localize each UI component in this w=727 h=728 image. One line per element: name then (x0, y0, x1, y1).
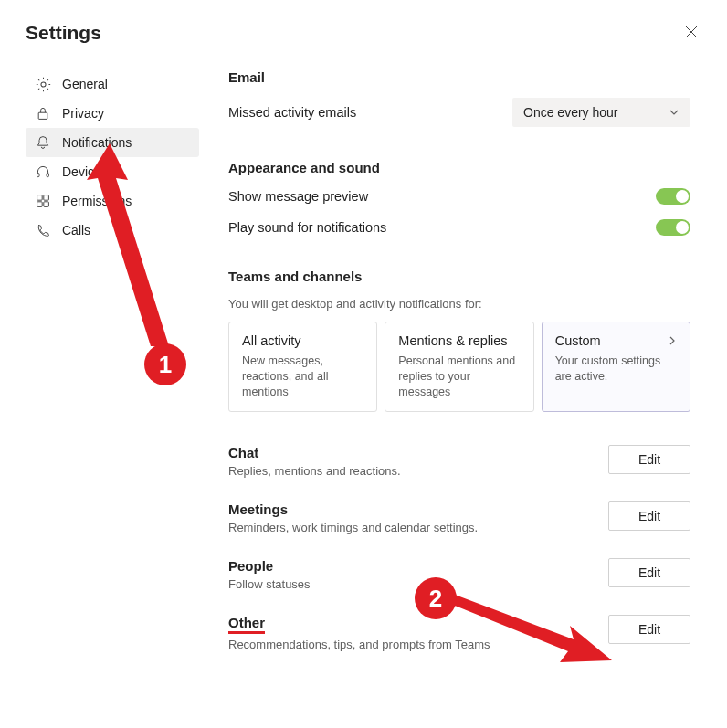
play-sound-toggle[interactable] (656, 219, 690, 236)
section-heading: Teams and channels (228, 269, 690, 284)
sidebar-item-label: General (62, 77, 108, 91)
svg-rect-7 (44, 202, 49, 207)
section-people: People Follow statuses Edit (228, 558, 690, 591)
card-title: All activity (242, 333, 364, 348)
card-desc: New messages, reactions, and all mention… (242, 353, 364, 400)
phone-icon (35, 222, 51, 238)
people-title: People (228, 558, 608, 574)
sidebar-item-label: Permissions (62, 194, 132, 208)
svg-point-0 (40, 81, 45, 86)
sidebar-item-notifications[interactable]: Notifications (26, 128, 199, 157)
section-email: Email Missed activity emails Once every … (228, 69, 690, 127)
other-title: Other (228, 615, 608, 634)
gear-icon (35, 76, 51, 92)
sidebar-item-privacy[interactable]: Privacy (26, 99, 199, 128)
card-all-activity[interactable]: All activity New messages, reactions, an… (228, 322, 377, 412)
close-button[interactable] (681, 22, 701, 42)
play-sound-label: Play sound for notifications (228, 220, 386, 235)
chat-edit-button[interactable]: Edit (608, 445, 690, 474)
section-other: Other Recommendations, tips, and prompts… (228, 615, 690, 651)
section-heading: Appearance and sound (228, 160, 690, 175)
meetings-title: Meetings (228, 501, 608, 517)
other-edit-button[interactable]: Edit (608, 615, 690, 644)
chat-desc: Replies, mentions and reactions. (228, 464, 608, 478)
missed-activity-dropdown[interactable]: Once every hour (512, 98, 690, 127)
card-desc: Your custom settings are active. (555, 353, 677, 385)
card-custom[interactable]: Custom Your custom settings are active. (542, 322, 690, 412)
section-appearance: Appearance and sound Show message previe… (228, 160, 690, 236)
people-edit-button[interactable]: Edit (608, 558, 690, 587)
bell-icon (35, 134, 51, 151)
dropdown-value: Once every hour (523, 105, 618, 120)
svg-rect-6 (37, 202, 43, 207)
section-meetings: Meetings Reminders, work timings and cal… (228, 501, 690, 534)
card-title: Mentions & replies (398, 333, 520, 348)
sidebar-item-label: Notifications (62, 135, 132, 150)
svg-rect-3 (47, 174, 48, 177)
header: Settings (26, 22, 701, 44)
chevron-down-icon (669, 107, 680, 118)
missed-activity-label: Missed activity emails (228, 105, 356, 120)
section-teams-channels: Teams and channels You will get desktop … (228, 269, 690, 412)
card-title: Custom (555, 333, 677, 348)
show-preview-toggle[interactable] (656, 188, 690, 205)
annotation-badge-2: 2 (415, 577, 457, 619)
svg-rect-5 (44, 195, 49, 201)
card-mentions-replies[interactable]: Mentions & replies Personal mentions and… (385, 322, 533, 412)
section-heading: Email (228, 69, 690, 85)
chevron-right-icon (668, 336, 677, 345)
section-chat: Chat Replies, mentions and reactions. Ed… (228, 445, 690, 478)
chat-title: Chat (228, 445, 608, 460)
card-desc: Personal mentions and replies to your me… (398, 353, 520, 400)
svg-rect-4 (37, 195, 43, 201)
sidebar-item-label: Privacy (62, 106, 104, 121)
sidebar-item-label: Devices (62, 164, 108, 179)
show-preview-label: Show message preview (228, 189, 368, 204)
other-desc: Recommendations, tips, and prompts from … (228, 638, 608, 651)
svg-rect-1 (38, 112, 47, 119)
apps-icon (35, 193, 51, 209)
sidebar-item-general[interactable]: General (26, 69, 199, 99)
main-content: Email Missed activity emails Once every … (228, 69, 701, 706)
meetings-edit-button[interactable]: Edit (608, 501, 690, 531)
sidebar-item-label: Calls (62, 223, 90, 237)
card-title-text: Custom (555, 333, 601, 348)
sidebar-item-devices[interactable]: Devices (26, 157, 199, 186)
sidebar-item-permissions[interactable]: Permissions (26, 186, 199, 216)
annotation-badge-1: 1 (144, 343, 186, 385)
headset-icon (35, 164, 51, 180)
section-subtext: You will get desktop and activity notifi… (228, 297, 690, 311)
meetings-desc: Reminders, work timings and calendar set… (228, 521, 608, 534)
sidebar: General Privacy Notifications Devices (26, 69, 199, 706)
other-title-text: Other (228, 615, 265, 634)
page-title: Settings (26, 22, 101, 44)
lock-icon (35, 105, 51, 121)
svg-rect-2 (37, 174, 39, 177)
close-icon (685, 26, 698, 38)
sidebar-item-calls[interactable]: Calls (26, 216, 199, 245)
